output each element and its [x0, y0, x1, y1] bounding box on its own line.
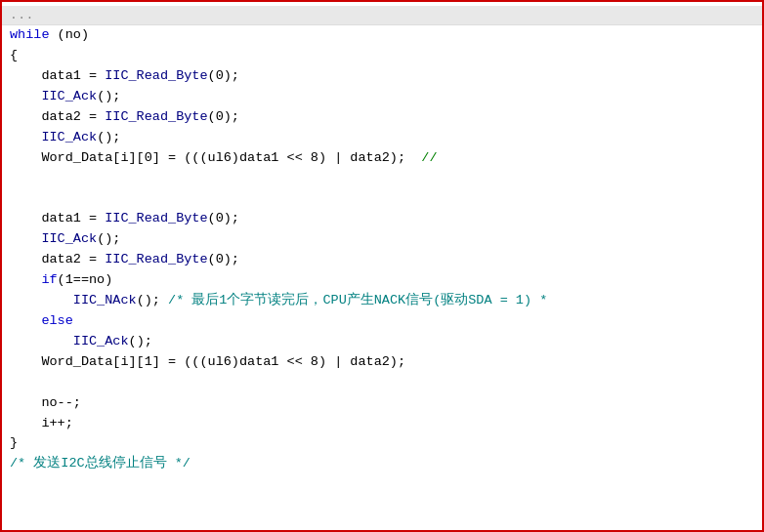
fn-iic-ack-3: IIC_Ack: [41, 231, 97, 246]
comment-1: //: [421, 150, 437, 165]
comment-send-stop: /* 发送I2C总线停止信号 */: [10, 456, 191, 471]
line-while: while (no): [2, 25, 762, 46]
fn-iic-ack-4: IIC_Ack: [73, 334, 129, 348]
top-fade-line: ...: [2, 6, 762, 25]
line-data2-1: data2 = IIC_Read_Byte(0);: [2, 107, 762, 128]
line-blank2: [2, 188, 762, 209]
line-else: else: [2, 311, 762, 332]
code-container: ... while (no) { data1 = IIC_Read_Byte(0…: [0, 0, 764, 532]
line-iicack-3: IIC_Ack();: [2, 229, 762, 250]
line-iicack-2: IIC_Ack();: [2, 128, 762, 148]
fn-iic-read-byte-4: IIC_Read_Byte: [105, 252, 207, 266]
line-word0: Word_Data[i][0] = (((ul6)data1 << 8) | d…: [2, 148, 762, 169]
line-data1-1: data1 = IIC_Read_Byte(0);: [2, 66, 762, 87]
fn-iic-ack-2: IIC_Ack: [41, 130, 97, 144]
line-blank3: [2, 373, 762, 393]
fn-iic-read-byte-3: IIC_Read_Byte: [105, 211, 207, 225]
fn-iic-read-byte: IIC_Read_Byte: [105, 68, 207, 83]
line-iicnack: IIC_NAck(); /* 最后1个字节读完后，CPU产生NACK信号(驱动S…: [2, 291, 762, 311]
fn-iic-read-byte-2: IIC_Read_Byte: [105, 109, 207, 124]
keyword-else: else: [41, 313, 72, 328]
line-iicack-1: IIC_Ack();: [2, 87, 762, 107]
line-word1: Word_Data[i][1] = (((ul6)data1 << 8) | d…: [2, 352, 762, 373]
keyword-while: while: [10, 27, 50, 42]
keyword-if: if: [41, 272, 57, 287]
line-iicack-4: IIC_Ack();: [2, 332, 762, 352]
line-if: if(1==no): [2, 270, 762, 291]
fn-iic-nack: IIC_NAck: [73, 293, 137, 307]
comment-nack: /* 最后1个字节读完后，CPU产生NACK信号(驱动SDA = 1) *: [168, 293, 547, 307]
line-data1-2: data1 = IIC_Read_Byte(0);: [2, 209, 762, 229]
line-send-comment: /* 发送I2C总线停止信号 */: [2, 454, 762, 474]
line-iinc: i++;: [2, 414, 762, 434]
line-blank1: [2, 168, 762, 188]
line-nodec: no--;: [2, 393, 762, 414]
line-brace-close: }: [2, 433, 762, 454]
fn-iic-ack-1: IIC_Ack: [41, 89, 97, 103]
line-brace-open: {: [2, 46, 762, 66]
line-data2-2: data2 = IIC_Read_Byte(0);: [2, 250, 762, 270]
